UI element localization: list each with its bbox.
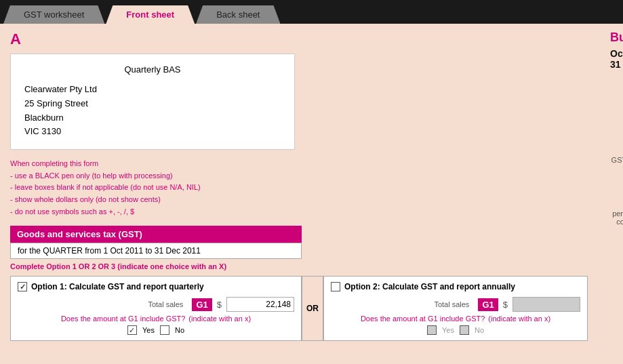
gst-accounting-label: GST accounting method	[610, 156, 623, 164]
address-line-4: VIC 3130	[24, 125, 281, 139]
option1-include-gst-label: Does the amount at G1 include GST?	[61, 315, 185, 323]
instruction-3: - leave boxes blank if not applicable (d…	[10, 182, 600, 194]
gst-header-bar: Goods and services tax (GST)	[10, 226, 302, 243]
option1-checkbox[interactable]	[18, 282, 27, 291]
bas-period: October 2011 to31 December 2011	[610, 48, 623, 70]
option1-include-gst-note: (indicate with an x)	[188, 315, 251, 323]
option2-title: Option 2: Calculate GST and report annua…	[331, 282, 580, 291]
or-badge: OR	[302, 276, 323, 341]
contact-phone-row: Contact phone number	[610, 171, 623, 196]
address-line-2: 25 Spring Street	[24, 97, 281, 111]
option2-yes-checkbox[interactable]	[427, 325, 437, 335]
option1-total-sales-input[interactable]	[226, 297, 294, 312]
contact-person-row: Contact person who completed the form	[610, 200, 623, 234]
option2-include-gst-label: Does the amount at G1 include GST?	[361, 315, 485, 323]
option2-dollar: $	[503, 300, 508, 310]
tab-back-sheet[interactable]: Back sheet	[196, 5, 280, 24]
option1-label: Option 1: Calculate GST and report quart…	[31, 282, 204, 291]
option1-yes-no-row: Does the amount at G1 include GST? (indi…	[18, 315, 294, 323]
option1-total-sales-label: Total sales	[148, 300, 183, 308]
option1-no-checkbox[interactable]	[160, 325, 169, 335]
instructions: When completing this form - use a BLACK …	[10, 158, 600, 218]
address-box: Quarterly BAS Clearwater Pty Ltd 25 Spri…	[10, 54, 295, 150]
abn-label: ABN	[610, 99, 623, 107]
option2-label: Option 2: Calculate GST and report annua…	[344, 282, 515, 291]
option2-total-sales-input[interactable]	[513, 297, 580, 312]
instruction-4: - show whole dollars only (do not show c…	[10, 194, 600, 206]
option2-include-gst-note: (indicate with an x)	[488, 315, 550, 323]
payment-due-label: Payment due on	[610, 137, 623, 145]
option1-dollar: $	[217, 300, 222, 310]
payment-due-row: Payment due on	[610, 134, 623, 148]
address-lines: Clearwater Pty Ltd 25 Spring Street Blac…	[24, 83, 281, 139]
option1-g-box: G1	[192, 298, 212, 311]
tab-gst-worksheet[interactable]: GST worksheet	[3, 5, 104, 24]
option1-box: Option 1: Calculate GST and report quart…	[10, 276, 302, 341]
form-due-row: Form due on	[610, 115, 623, 129]
instruction-5: - do not use symbols such as +, -, /, $	[10, 206, 600, 218]
form-due-label: Form due on	[610, 118, 623, 126]
tab-front-sheet[interactable]: Front sheet	[106, 5, 195, 24]
abn-row: ABN	[610, 96, 623, 110]
option2-no-checkbox[interactable]	[460, 325, 469, 335]
address-line-3: Blackburn	[24, 111, 281, 125]
main-area: A Quarterly BAS Clearwater Pty Ltd 25 Sp…	[0, 24, 623, 364]
option2-total-sales-label: Total sales	[434, 300, 469, 308]
contact-person-label: Contact person who completed the form	[610, 200, 623, 234]
option1-field-row: Total sales G1 $	[18, 297, 294, 312]
address-title: Quarterly BAS	[24, 64, 281, 75]
option1-yes-label: Yes	[142, 326, 155, 334]
bas-title: Business Activity Statement	[610, 31, 623, 45]
document-id-label: Document ID	[610, 80, 623, 88]
gst-sub-bar: for the QUARTER from 1 Oct 2011 to 31 De…	[10, 243, 302, 259]
option1-no-label: No	[175, 326, 184, 334]
left-panel: A Quarterly BAS Clearwater Pty Ltd 25 Sp…	[0, 24, 610, 364]
right-panel: Business Activity Statement October 2011…	[610, 24, 623, 364]
option2-checkbox[interactable]	[331, 282, 340, 291]
option2-no-label: No	[475, 326, 484, 334]
instruction-1: When completing this form	[10, 158, 600, 170]
option-label: Complete Option 1 OR 2 OR 3 (indicate on…	[10, 262, 600, 270]
option1-yes-checkbox[interactable]	[127, 325, 137, 335]
options-row: Option 1: Calculate GST and report quart…	[10, 276, 600, 341]
instruction-2: - use a BLACK pen only (to help with pro…	[10, 170, 600, 182]
gst-accounting-row: GST accounting method	[610, 153, 623, 167]
option1-title: Option 1: Calculate GST and report quart…	[18, 282, 294, 291]
option2-g-box: G1	[478, 298, 498, 311]
option2-field-row: Total sales G1 $	[331, 297, 580, 312]
section-label: A	[10, 31, 600, 48]
tabs-bar: GST worksheet Front sheet Back sheet	[0, 0, 623, 24]
document-id-row: Document ID	[610, 77, 623, 92]
option2-yes-label: Yes	[442, 326, 454, 334]
contact-phone-label: Contact phone number	[610, 171, 623, 196]
option2-yes-no-row: Does the amount at G1 include GST? (indi…	[331, 315, 580, 323]
option2-box: Option 2: Calculate GST and report annua…	[323, 276, 588, 341]
address-line-1: Clearwater Pty Ltd	[24, 83, 281, 97]
